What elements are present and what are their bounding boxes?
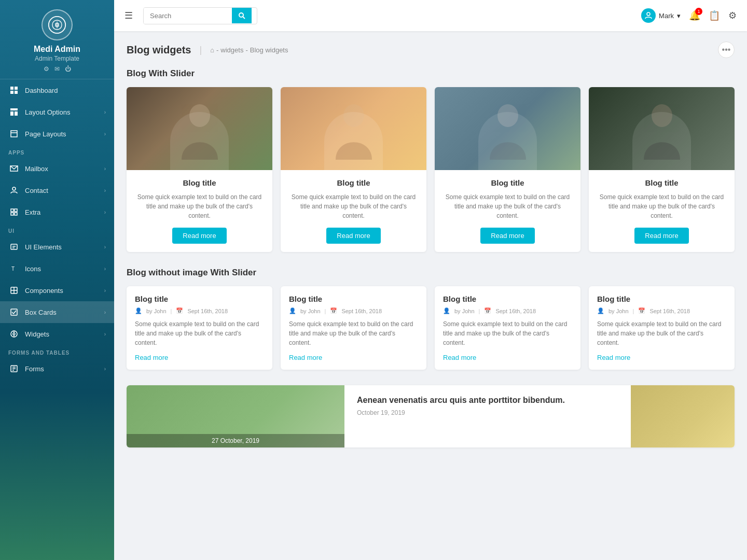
blog-noimg-card-1-date: Sept 16th, 2018 (187, 308, 228, 314)
calendar-meta-icon-2: 📅 (330, 307, 337, 314)
blog-noimg-card-2-title: Blog title (289, 295, 418, 303)
user-avatar (641, 8, 656, 23)
sidebar-item-ui-elements[interactable]: UI Elements › (0, 236, 114, 258)
search-button[interactable] (232, 8, 252, 23)
sidebar-item-box-cards[interactable]: Box Cards › (0, 301, 114, 323)
sidebar-item-extra[interactable]: Extra › (0, 201, 114, 223)
topbar-right: Mark ▾ 🔔 1 📋 ⚙ (641, 8, 737, 23)
calendar-meta-icon-4: 📅 (638, 307, 645, 314)
blog-noimg-card-1-meta: 👤 by John | 📅 Sept 16th, 2018 (135, 307, 264, 314)
blog-card-3-body: Blog title Some quick example text to bu… (435, 170, 580, 252)
blog-noimg-card-4-readmore[interactable]: Read more (597, 354, 726, 361)
blog-noimg-card-2-readmore[interactable]: Read more (289, 354, 418, 361)
components-icon (8, 285, 20, 296)
menu-toggle-icon[interactable]: ☰ (125, 10, 133, 21)
svg-point-37 (343, 104, 364, 127)
calendar-meta-icon-1: 📅 (176, 307, 183, 314)
blog-noimg-card-2-author: by John (300, 308, 321, 314)
search-input[interactable] (144, 8, 232, 24)
page-title: Blog widgets (127, 44, 191, 56)
svg-rect-24 (11, 309, 17, 315)
blog-noimg-card-1-title: Blog title (135, 295, 264, 303)
page-layouts-icon (8, 128, 20, 139)
box-cards-icon (8, 306, 20, 318)
sidebar-icon-row: ⚙ ✉ ⏻ (5, 65, 109, 73)
sidebar-header: Medi Admin Admin Template ⚙ ✉ ⏻ (0, 0, 114, 79)
blog-card-4-image (589, 87, 735, 170)
person-meta-icon-2: 👤 (289, 307, 296, 314)
blog-noimg-card-4: Blog title 👤 by John | 📅 Sept 16th, 2018… (589, 286, 735, 370)
search-box (143, 7, 257, 24)
contact-arrow: › (104, 188, 106, 193)
blog-card-1-readmore[interactable]: Read more (172, 228, 226, 244)
extra-arrow: › (104, 209, 106, 215)
bottom-middle-content: Aenean venenatis arcu quis ante porttito… (344, 385, 631, 447)
sidebar-item-components[interactable]: Components › (0, 279, 114, 301)
svg-rect-9 (11, 131, 17, 137)
forms-icon (8, 363, 20, 374)
meta-sep-4: | (633, 308, 634, 314)
sidebar-label-extra: Extra (25, 208, 104, 216)
breadcrumb: ⌂ - widgets - Blog widgets (210, 46, 288, 54)
blog-card-2-readmore[interactable]: Read more (326, 228, 380, 244)
sidebar-item-dashboard[interactable]: Dashboard (0, 79, 114, 101)
blog-card-3-readmore[interactable]: Read more (480, 228, 534, 244)
blog-card-4-title: Blog title (645, 178, 678, 187)
meta-sep-2: | (325, 308, 326, 314)
section-label-forms: FORMS And TABLES (0, 345, 114, 358)
sidebar-label-widgets: Widgets (25, 330, 104, 338)
person-meta-icon-4: 👤 (597, 307, 604, 314)
bottom-article-title: Aenean venenatis arcu quis ante porttito… (357, 396, 618, 405)
blog-noimg-card-3: Blog title 👤 by John | 📅 Sept 16th, 2018… (435, 286, 580, 370)
main-area: ☰ Mark ▾ 🔔 1 📋 ⚙ (114, 0, 747, 560)
power-icon[interactable]: ⏻ (65, 65, 71, 73)
sidebar-item-icons[interactable]: T Icons › (0, 258, 114, 279)
sidebar-item-forms[interactable]: Forms › (0, 358, 114, 380)
sidebar-item-page-layouts[interactable]: Page Layouts › (0, 123, 114, 145)
extra-icon (8, 206, 20, 218)
sidebar-item-widgets[interactable]: Widgets › (0, 323, 114, 345)
mailbox-icon (8, 163, 20, 174)
blog-card-3-text: Some quick example text to build on the … (443, 192, 572, 220)
notifications-icon[interactable]: 🔔 1 (689, 10, 700, 21)
widgets-icon (8, 328, 20, 340)
bottom-section: 27 October, 2019 Aenean venenatis arcu q… (127, 385, 735, 447)
blog-noimg-card-3-readmore[interactable]: Read more (443, 354, 572, 361)
sidebar-app-subtitle: Admin Template (5, 55, 109, 62)
svg-rect-3 (15, 87, 18, 90)
blog-card-3: Blog title Some quick example text to bu… (435, 87, 580, 252)
blog-noimg-card-3-body: Blog title 👤 by John | 📅 Sept 16th, 2018… (435, 286, 580, 370)
blog-noimg-card-1-readmore[interactable]: Read more (135, 354, 264, 361)
sidebar-item-layout-options[interactable]: Layout Options › (0, 101, 114, 123)
icons-arrow: › (104, 266, 106, 272)
blog-card-1-title: Blog title (183, 178, 216, 187)
layout-options-arrow: › (104, 109, 106, 115)
blog-noimg-card-4-title: Blog title (597, 295, 726, 303)
clipboard-icon[interactable]: 📋 (709, 10, 720, 21)
blog-noimg-card-4-date: Sept 16th, 2018 (649, 308, 690, 314)
blog-noimg-card-1-body: Blog title 👤 by John | 📅 Sept 16th, 2018… (127, 286, 272, 370)
settings-icon[interactable]: ⚙ (44, 65, 49, 73)
sidebar-label-mailbox: Mailbox (25, 165, 104, 173)
blog-noimg-card-4-body: Blog title 👤 by John | 📅 Sept 16th, 2018… (589, 286, 735, 370)
meta-sep-3: | (479, 308, 480, 314)
box-cards-arrow: › (104, 310, 106, 315)
blog-card-3-image (435, 87, 580, 170)
bottom-left-overlay: 27 October, 2019 (127, 434, 344, 447)
settings-gear-icon[interactable]: ⚙ (728, 10, 737, 21)
person-meta-icon-1: 👤 (135, 307, 142, 314)
widgets-arrow: › (104, 331, 106, 337)
page-options-button[interactable]: ••• (718, 41, 735, 58)
blog-card-2-body: Blog title Some quick example text to bu… (281, 170, 426, 252)
mail-icon-small[interactable]: ✉ (54, 65, 60, 73)
topbar-user[interactable]: Mark ▾ (641, 8, 681, 23)
blog-card-1: Blog title Some quick example text to bu… (127, 87, 272, 252)
blog-cards-grid-2: Blog title 👤 by John | 📅 Sept 16th, 2018… (127, 286, 735, 370)
ui-elements-arrow: › (104, 244, 106, 250)
blog-card-4-readmore[interactable]: Read more (634, 228, 688, 244)
sidebar-item-contact[interactable]: Contact › (0, 179, 114, 201)
breadcrumb-sep1: - (216, 46, 218, 54)
mailbox-arrow: › (104, 166, 106, 172)
blog-noimg-card-2-text: Some quick example text to build on the … (289, 319, 418, 347)
sidebar-item-mailbox[interactable]: Mailbox › (0, 158, 114, 179)
